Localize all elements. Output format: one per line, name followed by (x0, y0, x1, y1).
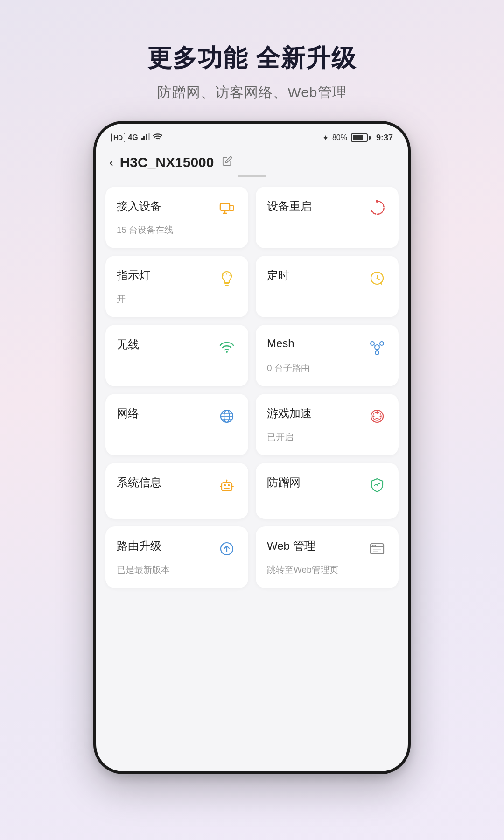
svg-line-14 (230, 275, 231, 276)
timer-icon (367, 268, 387, 288)
wifi-icon (217, 337, 237, 357)
card-label: 无线 (117, 337, 139, 352)
shield-icon (367, 475, 387, 496)
card-label: Mesh (267, 337, 294, 350)
card-label: 设备重启 (267, 199, 312, 214)
hd-badge: HD (111, 133, 125, 142)
card-label: 系统信息 (117, 475, 161, 490)
mesh-icon (367, 337, 387, 357)
planet-icon (217, 406, 237, 427)
card-label: Web 管理 (267, 539, 315, 553)
card-sub: 已是最新版本 (117, 564, 237, 576)
card-label: 网络 (117, 406, 139, 421)
phone-mockup: HD 4G (93, 121, 411, 774)
device-name: H3C_NX15000 (120, 154, 214, 170)
scroll-content: 接入设备 15 台设备在线 (96, 181, 408, 771)
svg-line-13 (223, 275, 224, 276)
browser-icon (367, 539, 387, 559)
card-device-restart[interactable]: 设备重启 (256, 187, 399, 248)
card-wireless[interactable]: 无线 (105, 325, 248, 386)
card-sub: 0 台子路由 (267, 362, 387, 374)
card-label: 游戏加速 (267, 406, 312, 421)
card-mesh[interactable]: Mesh (256, 325, 399, 386)
card-network[interactable]: 网络 (105, 394, 248, 455)
edit-icon[interactable] (222, 156, 232, 169)
page-header: 更多功能 全新升级 防蹭网、访客网络、Web管理 (147, 0, 357, 102)
robot-icon (217, 475, 237, 496)
nav-bar: ‹ H3C_NX15000 (96, 148, 408, 175)
status-bar: HD 4G (96, 124, 408, 148)
svg-point-18 (377, 278, 378, 279)
card-sub: 已开启 (267, 431, 387, 443)
status-right: ✦ 80% 9:37 (322, 133, 393, 143)
svg-rect-1 (143, 136, 145, 140)
svg-point-51 (375, 545, 376, 546)
card-label: 定时 (267, 268, 289, 283)
card-anti-freeload[interactable]: 防蹭网 (256, 463, 399, 519)
card-sub: 开 (117, 293, 237, 305)
card-sub: 15 台设备在线 (117, 224, 237, 236)
card-game-boost[interactable]: 游戏加速 (256, 394, 399, 455)
card-timer[interactable]: 定时 (256, 256, 399, 317)
battery-pct: 80% (332, 133, 347, 142)
bulb-icon (217, 268, 237, 288)
restart-icon (367, 199, 387, 219)
device-icon (217, 199, 237, 219)
svg-point-4 (157, 139, 158, 140)
svg-rect-5 (220, 203, 230, 210)
wifi-status-icon (153, 133, 162, 143)
svg-point-43 (226, 480, 228, 481)
svg-point-36 (373, 416, 375, 417)
svg-rect-2 (146, 134, 147, 140)
signal-icon: 4G (128, 133, 138, 142)
svg-point-19 (226, 351, 228, 353)
svg-rect-38 (222, 483, 232, 491)
card-label: 接入设备 (117, 199, 161, 214)
svg-rect-52 (373, 549, 381, 550)
svg-rect-0 (141, 138, 143, 140)
svg-point-50 (372, 545, 374, 546)
card-router-upgrade[interactable]: 路由升级 已是最新版本 (105, 526, 248, 588)
svg-point-23 (375, 351, 379, 355)
card-label: 防蹭网 (267, 475, 301, 490)
svg-point-22 (380, 342, 384, 345)
back-button[interactable]: ‹ (109, 155, 113, 170)
status-left: HD 4G (111, 133, 162, 143)
svg-rect-3 (148, 133, 150, 140)
svg-point-21 (371, 342, 374, 345)
svg-rect-53 (373, 551, 378, 552)
page-subtitle: 防蹭网、访客网络、Web管理 (147, 83, 357, 102)
svg-rect-39 (224, 484, 226, 486)
phone-screen: HD 4G (96, 124, 408, 771)
svg-rect-40 (228, 484, 230, 486)
gamepad-icon (367, 406, 387, 427)
card-label: 路由升级 (117, 539, 161, 553)
battery-icon (351, 133, 371, 142)
svg-point-37 (380, 416, 381, 417)
drag-handle (238, 175, 266, 177)
upload-icon (217, 539, 237, 559)
svg-point-9 (376, 200, 378, 203)
card-indicator-light[interactable]: 指示灯 开 (105, 256, 248, 317)
card-system-info[interactable]: 系统信息 (105, 463, 248, 519)
features-grid: 接入设备 15 台设备在线 (105, 187, 399, 588)
bars-icon (141, 133, 150, 143)
card-web-management[interactable]: Web 管理 跳转至Web管理页 (256, 526, 399, 588)
card-label: 指示灯 (117, 268, 150, 283)
card-sub: 跳转至Web管理页 (267, 564, 387, 576)
time-display: 9:37 (376, 133, 393, 143)
card-access-devices[interactable]: 接入设备 15 台设备在线 (105, 187, 248, 248)
bluetooth-icon: ✦ (322, 133, 329, 142)
page-title: 更多功能 全新升级 (147, 42, 357, 75)
